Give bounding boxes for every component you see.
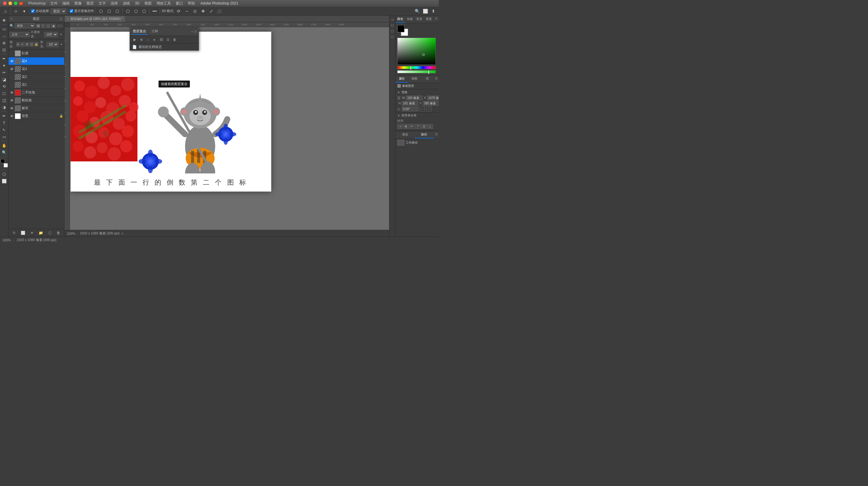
share-btn[interactable]: ⬆ [430, 7, 437, 15]
3d-slide-btn[interactable]: ⤢ [208, 7, 215, 15]
minimize-button[interactable] [8, 1, 12, 5]
opacity-input[interactable]: 100% [44, 32, 58, 37]
layer-item-hua2[interactable]: 花2 [8, 73, 64, 81]
layer-filter-img[interactable]: 🖼 [36, 24, 40, 28]
layer-eye-bg[interactable]: 👁 [10, 114, 14, 118]
image-menu[interactable]: 图像 [72, 0, 84, 7]
pattern-tab[interactable]: 图案 [424, 16, 434, 23]
hue-slider[interactable] [397, 66, 436, 69]
props-tab-adj[interactable]: 调整 [408, 76, 421, 83]
layer-delete-btn[interactable]: 🗑 [56, 230, 61, 236]
history-menu-icon[interactable]: ☰ [194, 30, 197, 33]
hand-tool[interactable]: ✋ [1, 142, 7, 149]
lock-artboard-btn[interactable]: ⊡ [30, 42, 33, 47]
layers-panel-menu[interactable]: ☰ [60, 17, 62, 21]
layer-item-hua1[interactable]: 花1 [8, 81, 64, 89]
color-swatches[interactable] [1, 159, 8, 167]
crop-tool[interactable]: ⊡ [1, 47, 7, 53]
props-tab-attr[interactable]: 属性 [396, 76, 408, 83]
apple-menu[interactable]: 🍎 [17, 1, 26, 6]
view-menu[interactable]: 视图 [142, 0, 154, 7]
align-section-header[interactable]: ▼ 对齐并分布 [397, 113, 437, 118]
paths-tab[interactable]: 路径 [415, 131, 434, 139]
edit-menu[interactable]: 编辑 [60, 0, 72, 7]
color-spectrum[interactable] [397, 38, 436, 65]
color-panel-menu[interactable]: ☰ [434, 16, 439, 23]
layer-fx-btn[interactable]: fx [11, 230, 17, 236]
artwork-canvas[interactable]: 福 喜 [70, 27, 389, 230]
layer-item-rose[interactable]: 👁 二手玫瑰 [8, 89, 64, 96]
layer-eye-monkey[interactable]: 👁 [10, 107, 14, 110]
align-bottom-edge[interactable]: ⊥ [427, 124, 433, 129]
flip-v-btn[interactable]: ↕ [426, 107, 432, 111]
filter-menu[interactable]: 滤镜 [120, 0, 132, 7]
3d-rotate-btn[interactable]: ⟳ [175, 7, 182, 15]
history-item-doc-state[interactable]: 📄 最后的文档状态 [130, 44, 198, 50]
gradient-tool[interactable]: ◫ [1, 97, 7, 104]
heal-tool[interactable]: ✦ [1, 62, 7, 69]
lock-pixels-btn[interactable]: ⊞ [16, 42, 20, 47]
move-tool-btn[interactable]: ⊹ [12, 7, 20, 15]
screen-mode-btn[interactable]: ⬜ [1, 178, 7, 184]
props-panel-menu[interactable]: ☰ [434, 76, 439, 83]
layer-item-mudeer[interactable]: 牡鹿 [8, 50, 64, 57]
document-tab[interactable]: ✕ 图层编组.psd @ 100% (花4, RGB/8#) * [64, 16, 125, 22]
layers-panel-close[interactable]: ✕ [10, 17, 13, 21]
layer-filter-path[interactable]: ⬡ [46, 24, 50, 28]
right-strip-btn3[interactable]: ▢ [390, 28, 395, 33]
layer-filter-toggle[interactable] [56, 24, 63, 28]
align-top-edge[interactable]: ⊤ [415, 124, 421, 129]
3d-camera-btn[interactable]: 🎥 [216, 7, 223, 15]
foreground-swatch[interactable] [397, 25, 404, 32]
file-menu[interactable]: 文件 [48, 0, 60, 7]
shape-tool[interactable]: ▭ [1, 133, 7, 140]
auto-select-dropdown[interactable]: 图层 [51, 8, 66, 14]
3d-roll-btn[interactable]: ⊙ [191, 7, 198, 15]
zoom-tool[interactable]: 🔍 [1, 149, 7, 156]
layer-filter-color[interactable]: ◼ [51, 24, 56, 28]
layer-eye-skirt[interactable]: 👁 [10, 98, 14, 102]
layer-eye-hua3[interactable]: 👁 [10, 67, 14, 71]
search-btn[interactable]: 🔍 [413, 7, 421, 15]
layer-item-skirt[interactable]: 👁 豹纹裙 [8, 96, 64, 104]
layer-adj-btn[interactable]: ✦ [29, 230, 35, 236]
angle-input[interactable] [402, 107, 418, 111]
lock-all-btn[interactable]: 🔒 [34, 42, 38, 47]
quick-mask-btn[interactable]: ⬡ [1, 171, 7, 177]
auto-select-checkbox[interactable] [31, 9, 35, 13]
layer-item-monkey[interactable]: 👁 猴哥 [8, 104, 64, 112]
distribute-btn3[interactable]: ⬡ [141, 7, 148, 15]
select-menu[interactable]: 选择 [108, 0, 120, 7]
distribute-btn1[interactable]: ⬡ [124, 7, 131, 15]
h-value-input[interactable] [402, 101, 418, 106]
flip-h-btn[interactable]: ↔ [420, 107, 425, 111]
align-left-btn[interactable]: ⬡ [97, 7, 104, 15]
stamp-tool[interactable]: ◪ [1, 76, 7, 83]
gradient-tab[interactable]: 渐变 [415, 16, 424, 23]
layer-item-bg[interactable]: 👁 背景 🔒 [8, 112, 64, 120]
right-strip-btn4[interactable]: ▢ [390, 34, 395, 39]
fill-input[interactable]: 100% [46, 42, 59, 47]
history-expand-icon[interactable]: » [191, 30, 193, 33]
statusbar-arrow[interactable]: > [121, 232, 123, 235]
workspace-btn[interactable]: ⬜ [422, 7, 429, 15]
text-menu[interactable]: 文字 [96, 0, 108, 7]
history-clone-btn[interactable]: ⊕ [138, 37, 144, 42]
3d-pan-btn[interactable]: ↔ [183, 7, 190, 15]
window-menu[interactable]: 窗口 [173, 0, 185, 7]
text-tool[interactable]: T [1, 119, 7, 126]
color-tab[interactable]: 颜色 [396, 16, 405, 23]
arrow-btn[interactable]: ▾ [21, 7, 28, 15]
history-link-btn[interactable]: ⛓ [158, 37, 164, 42]
help-menu[interactable]: 帮助 [185, 0, 197, 7]
dodge-tool[interactable]: ◑ [1, 104, 7, 110]
channels-panel-menu[interactable]: ☰ [434, 131, 439, 139]
right-strip-btn1[interactable]: ◁ [390, 17, 395, 22]
layer-filter-dropdown[interactable]: 类型 [15, 23, 35, 28]
layer-filter-text[interactable]: T [41, 24, 45, 28]
layer-mask-btn[interactable]: ⬜ [20, 230, 26, 236]
saturation-slider[interactable] [397, 70, 436, 73]
right-strip-btn2[interactable]: ▢ [390, 23, 395, 27]
brush-tool[interactable]: ✏ [1, 69, 7, 76]
transform-section-header[interactable]: ▼ 变换 [397, 90, 437, 94]
